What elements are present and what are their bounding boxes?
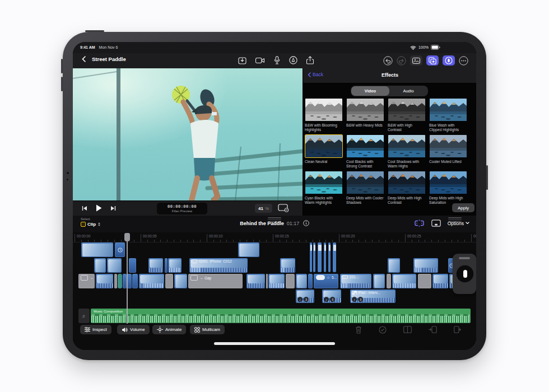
timeline-clip[interactable] — [413, 258, 438, 273]
jog-grip[interactable] — [459, 257, 470, 259]
timeline-clip-sliver[interactable] — [310, 242, 312, 272]
back-chevron-icon[interactable] — [82, 56, 86, 62]
timeline-clip-sliver[interactable] — [333, 242, 336, 272]
volume-button[interactable]: Volume — [117, 325, 150, 334]
effect-b-w-with-high-contrast[interactable]: B&W with High Contrast — [388, 98, 427, 132]
timeline-clip[interactable] — [123, 274, 127, 288]
timecode-display[interactable]: 00:00:00:00 Filter Preview — [157, 203, 207, 214]
undo-icon[interactable] — [383, 56, 393, 66]
tab-video[interactable]: Video — [351, 86, 389, 96]
clip-waveform — [393, 283, 416, 288]
timeline-clip[interactable] — [81, 242, 113, 257]
effect-deep-mids-with-cooler-shadows[interactable]: Deep Mids with Cooler Shadows — [346, 171, 385, 205]
video-preview[interactable] — [73, 68, 303, 200]
effect-b-w-with-heavy-mids[interactable]: B&W with Heavy Mids — [346, 98, 385, 128]
trash-icon — [355, 326, 362, 334]
camera-icon[interactable] — [255, 57, 265, 64]
timeline-clip-sliver[interactable] — [318, 242, 322, 272]
timeline-clip-ipad-interv-[interactable]: iPad - Interv... ♪3 — [350, 290, 396, 303]
timeline-clip[interactable] — [387, 274, 391, 288]
music-track-icon[interactable]: ♬ — [78, 309, 90, 323]
timeline-ruler[interactable]: 00:00:0000:00:0500:00:1000:00:1500:00:20… — [73, 232, 476, 242]
effect-cool-shadows-with-warm-highs[interactable]: Cool Shadows with Warm Highs — [388, 134, 427, 169]
timeline-clip[interactable] — [127, 274, 132, 288]
jog-wheel[interactable] — [453, 254, 476, 294]
effect-cooler-muted-lifted[interactable]: Cooler Muted Lifted — [429, 134, 468, 164]
timeline-clip[interactable] — [308, 274, 313, 288]
timeline-clip-sliver[interactable] — [313, 242, 315, 272]
timeline-clip[interactable] — [148, 258, 163, 273]
timeline-clip[interactable]: ♪3 — [296, 290, 314, 303]
timeline-clip[interactable] — [388, 258, 400, 273]
timeline-clip[interactable] — [139, 274, 164, 288]
timeline-clip[interactable] — [107, 258, 122, 273]
timeline-clip[interactable] — [296, 274, 307, 288]
playhead-handle[interactable] — [124, 233, 130, 241]
display-mode-icon[interactable] — [278, 203, 289, 212]
effect-blue-wash-with-clipped-highlights[interactable]: Blue Wash with Clipped Highlights — [429, 98, 468, 132]
animate-button[interactable]: Animate — [152, 325, 186, 334]
share-icon[interactable] — [306, 56, 314, 64]
timeline-clip[interactable] — [373, 274, 385, 288]
microphone-icon[interactable] — [274, 56, 280, 64]
home-indicator[interactable] — [214, 342, 335, 345]
clip-waveform — [150, 268, 162, 272]
timeline-clip[interactable] — [268, 274, 285, 288]
timeline-clip[interactable] — [132, 274, 138, 288]
inspect-button[interactable]: Inspect — [80, 325, 111, 334]
timeline-clip-g001-iphone-c012[interactable]: G001_iPhone_C012 — [189, 258, 248, 273]
effect-cool-blacks-with-strong-contrast[interactable]: Cool Blacks with Strong Contrast — [346, 134, 385, 169]
timeline-clip[interactable] — [418, 274, 431, 288]
effect-clean-neutral[interactable]: Clean Neutral — [305, 134, 344, 164]
apply-button[interactable]: Apply — [452, 203, 474, 212]
timeline-clip[interactable] — [118, 274, 122, 288]
info-icon[interactable] — [303, 220, 309, 226]
effect-deep-mids-with-high-contrast[interactable]: Deep Mids with High Contrast — [388, 171, 427, 205]
effect-deep-mids-with-high-saturation[interactable]: Deep Mids with High Saturation — [429, 171, 468, 205]
timeline-clip[interactable] — [165, 274, 173, 288]
timeline-clip[interactable] — [238, 242, 259, 257]
timeline-clip[interactable] — [432, 274, 448, 288]
timeline-clip[interactable] — [165, 258, 168, 273]
timeline-clip-231-[interactable]: 231... — [340, 274, 371, 288]
jog-wheel-icon[interactable] — [443, 55, 455, 66]
jog-dial[interactable] — [456, 265, 474, 283]
timeline-clip[interactable] — [96, 274, 113, 288]
zoom-level[interactable]: 41 % — [255, 204, 272, 213]
timeline-clip-5-[interactable]: ☆5... — [314, 274, 338, 288]
timeline-clip-gap[interactable]: –Gap — [188, 274, 243, 288]
timeline-clip[interactable] — [129, 258, 136, 273]
picture-in-picture-icon[interactable] — [431, 220, 441, 227]
music-clip[interactable]: Music Composition — [91, 309, 471, 323]
front-camera-icon — [67, 172, 69, 174]
effect-cyan-blacks-with-warm-highlights[interactable]: Cyan Blacks with Warm Highlights — [305, 171, 344, 205]
multicam-button[interactable]: Multicam — [190, 325, 225, 334]
skip-forward-icon[interactable] — [110, 206, 116, 211]
timeline-clip[interactable] — [280, 258, 295, 273]
tab-audio[interactable]: Audio — [389, 86, 427, 96]
timeline-clip-sliver[interactable] — [324, 242, 326, 272]
timeline-clip[interactable] — [392, 274, 416, 288]
timeline-clip[interactable]: – — [78, 274, 95, 288]
media-browser-icon[interactable] — [410, 55, 422, 66]
draw-icon[interactable] — [289, 56, 297, 64]
timeline-clip[interactable] — [266, 274, 268, 288]
import-icon[interactable] — [238, 56, 246, 64]
effect-b-w-with-blooming-highlights[interactable]: B&W with Blooming Highlights — [305, 98, 344, 132]
timeline-clip-sliver[interactable] — [328, 242, 331, 272]
timeline-clip[interactable] — [286, 274, 295, 288]
effect-thumbnail — [346, 134, 384, 158]
magnetic-clips-icon[interactable] — [414, 220, 425, 227]
timeline-clip[interactable] — [115, 242, 125, 257]
timeline-clip[interactable]: ♪3 — [322, 290, 341, 303]
play-button[interactable] — [96, 204, 102, 212]
timeline-clip[interactable] — [168, 258, 182, 273]
timeline-clip[interactable] — [114, 274, 117, 288]
timeline-clip[interactable] — [174, 274, 187, 288]
timeline-clip[interactable] — [94, 258, 106, 273]
skip-back-icon[interactable] — [82, 206, 87, 211]
options-menu[interactable]: Options — [448, 221, 469, 226]
effects-icon[interactable] — [426, 55, 439, 66]
more-icon[interactable] — [459, 56, 468, 66]
timeline-clip[interactable] — [246, 274, 265, 288]
